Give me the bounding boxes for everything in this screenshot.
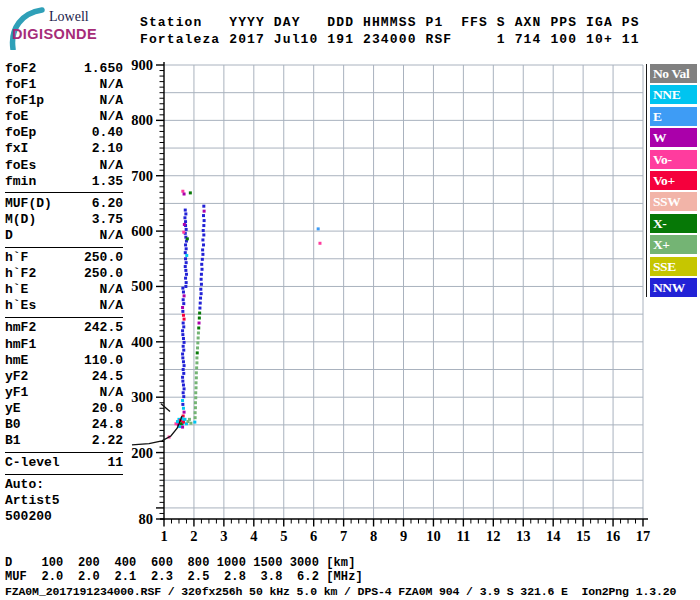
legend-item-nnw: NNW — [650, 278, 697, 297]
y-tick-label: 900 — [131, 57, 153, 73]
legend-border — [646, 64, 647, 297]
x-tick-label: 17 — [636, 528, 651, 544]
x-tick-label: 7 — [340, 528, 347, 544]
legend-item-ssw: SSW — [650, 192, 697, 211]
profile-trace — [132, 404, 182, 445]
legend-item-x-: X- — [650, 214, 697, 233]
axis-tick-labels: 9008007006005004003002008012345678910111… — [131, 57, 650, 544]
y-tick-label: 500 — [131, 278, 153, 294]
ionogram-page: Lowell DIGISONDE Station YYYY DAY DDD HH… — [0, 0, 700, 600]
x-tick-label: 13 — [516, 528, 531, 544]
x-tick-label: 14 — [546, 528, 561, 544]
x-tick-label: 5 — [280, 528, 287, 544]
y-tick-label: 300 — [131, 389, 153, 405]
x-tick-label: 3 — [220, 528, 227, 544]
y-tick-label: 200 — [131, 445, 153, 461]
y-tick-label: 800 — [131, 112, 153, 128]
x-tick-label: 9 — [400, 528, 407, 544]
legend-item-e: E — [650, 107, 697, 126]
x-tick-label: 12 — [486, 528, 501, 544]
legend-item-nne: NNE — [650, 85, 697, 104]
legend-item-sse: SSE — [650, 257, 697, 276]
legend-item-x+: X+ — [650, 235, 697, 254]
x-tick-label: 11 — [457, 528, 471, 544]
x-tick-label: 8 — [370, 528, 377, 544]
legend-item-w: W — [650, 128, 697, 147]
axes — [156, 62, 648, 527]
x-tick-label: 6 — [310, 528, 317, 544]
legend-item-vo-: Vo- — [650, 150, 697, 169]
direction-legend: No ValNNEEWVo-Vo+SSWX-X+SSENNW — [650, 64, 697, 299]
x-tick-label: 4 — [250, 528, 257, 544]
ionogram-plot: 9008007006005004003002008012345678910111… — [0, 0, 700, 600]
grid — [164, 65, 643, 519]
x-tick-label: 10 — [426, 528, 441, 544]
x-tick-label: 1 — [160, 528, 167, 544]
legend-item-vo+: Vo+ — [650, 171, 697, 190]
status-line: FZA0M_2017191234000.RSF / 320fx256h 50 k… — [5, 585, 676, 598]
y-tick-label: 700 — [131, 168, 153, 184]
x-tick-label: 2 — [190, 528, 197, 544]
y-tick-label: 400 — [131, 334, 153, 350]
distance-row: D 100 200 400 600 800 1000 1500 3000 [km… — [5, 556, 355, 570]
muf-row: MUF 2.0 2.0 2.1 2.3 2.5 2.8 3.8 6.2 [MHz… — [5, 570, 363, 584]
y-tick-label: 80 — [139, 511, 154, 527]
y-tick-label: 600 — [131, 223, 153, 239]
x-tick-label: 15 — [576, 528, 591, 544]
x-tick-label: 16 — [606, 528, 621, 544]
legend-item-no-val: No Val — [650, 64, 697, 83]
